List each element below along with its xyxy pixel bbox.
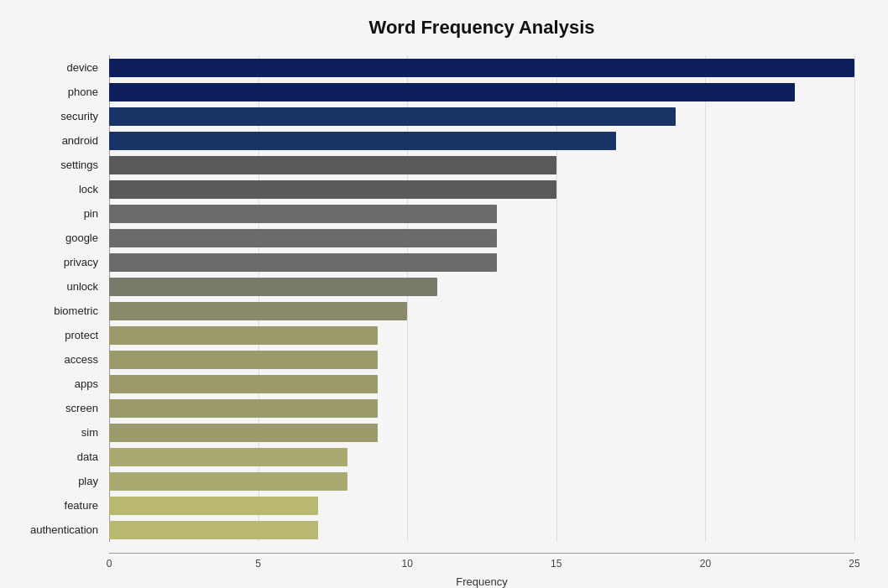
bar-row: [109, 372, 854, 396]
bar-row: [109, 518, 854, 542]
label-sim: sim: [8, 420, 105, 445]
bar-data: [109, 448, 347, 466]
x-tick-label: 15: [551, 558, 562, 570]
bar-security: [109, 107, 676, 126]
bar-privacy: [109, 253, 497, 272]
label-lock: lock: [8, 177, 105, 201]
bar-row: [109, 445, 854, 469]
bar-phone: [109, 83, 795, 101]
x-tick-label: 0: [107, 558, 112, 570]
label-device: device: [8, 55, 105, 80]
bar-sim: [109, 424, 378, 442]
bar-row: [109, 153, 854, 177]
bar-row: [109, 201, 854, 226]
bar-biometric: [109, 302, 407, 320]
label-security: security: [8, 104, 105, 128]
label-apps: apps: [8, 372, 105, 396]
bar-row: [109, 323, 854, 347]
bars-wrapper: [109, 55, 854, 542]
bar-row: [109, 299, 854, 323]
label-settings: settings: [8, 153, 105, 177]
label-android: android: [8, 128, 105, 153]
label-play: play: [8, 469, 105, 493]
bar-pin: [109, 205, 497, 223]
label-pin: pin: [8, 201, 105, 226]
bar-row: [109, 274, 854, 299]
bar-protect: [109, 326, 378, 345]
bar-row: [109, 55, 854, 80]
bar-device: [109, 59, 854, 77]
bar-authentication: [109, 521, 318, 539]
bar-row: [109, 177, 854, 201]
x-tick-label: 5: [255, 558, 261, 570]
bar-feature: [109, 497, 318, 515]
label-unlock: unlock: [8, 274, 105, 299]
bar-play: [109, 472, 347, 491]
label-privacy: privacy: [8, 250, 105, 274]
bar-row: [109, 104, 854, 128]
bar-screen: [109, 399, 378, 418]
bar-row: [109, 128, 854, 153]
x-tick-label: 25: [849, 558, 859, 570]
bar-access: [109, 351, 378, 369]
x-tick-label: 10: [402, 558, 413, 570]
bar-lock: [109, 180, 556, 199]
bar-android: [109, 132, 616, 150]
label-authentication: authentication: [8, 518, 105, 542]
x-tick-label: 20: [700, 558, 711, 570]
bar-row: [109, 493, 854, 518]
x-axis-label: Frequency: [109, 575, 854, 588]
bar-row: [109, 469, 854, 493]
bar-row: [109, 420, 854, 445]
label-access: access: [8, 347, 105, 372]
chart-title: Word Frequency Analysis: [109, 17, 854, 39]
label-screen: screen: [8, 396, 105, 420]
label-feature: feature: [8, 493, 105, 518]
bar-row: [109, 226, 854, 250]
bar-unlock: [109, 278, 437, 296]
bar-row: [109, 396, 854, 420]
bar-row: [109, 250, 854, 274]
bar-settings: [109, 156, 556, 174]
label-protect: protect: [8, 323, 105, 347]
bar-apps: [109, 375, 378, 393]
label-biometric: biometric: [8, 299, 105, 323]
label-data: data: [8, 445, 105, 469]
bar-google: [109, 229, 497, 247]
chart-container: Word Frequency Analysis 0510152025 Frequ…: [0, 0, 888, 588]
bar-row: [109, 80, 854, 104]
label-google: google: [8, 226, 105, 250]
label-phone: phone: [8, 80, 105, 104]
bar-row: [109, 347, 854, 372]
